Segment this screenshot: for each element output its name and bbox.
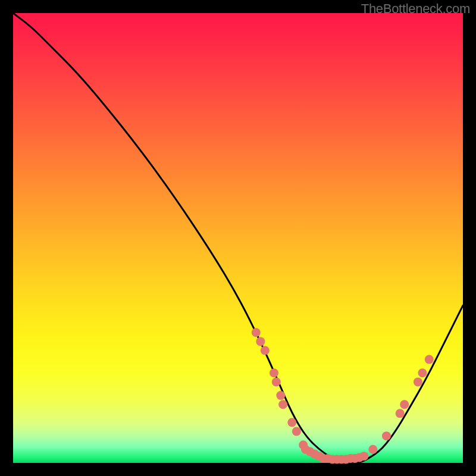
data-point-marker [418, 368, 427, 377]
data-point-marker [414, 377, 422, 386]
data-point-marker [270, 368, 278, 377]
marker-layer [252, 328, 434, 464]
data-point-marker [287, 418, 296, 427]
data-point-marker [400, 400, 409, 409]
data-point-marker [396, 409, 405, 418]
bottleneck-curve [13, 13, 463, 463]
data-point-marker [382, 431, 391, 440]
watermark-text: TheBottleneck.com [361, 1, 470, 17]
data-point-marker [256, 337, 265, 346]
data-point-marker [368, 445, 377, 454]
data-point-marker [359, 452, 368, 461]
data-point-marker [276, 391, 285, 400]
data-point-marker [425, 355, 434, 364]
data-point-marker [261, 346, 270, 355]
data-point-marker [278, 400, 287, 409]
bottleneck-chart [0, 0, 476, 476]
data-point-marker [252, 328, 261, 337]
data-point-marker [292, 427, 301, 436]
data-point-marker [272, 377, 281, 386]
curve-layer [13, 13, 463, 463]
